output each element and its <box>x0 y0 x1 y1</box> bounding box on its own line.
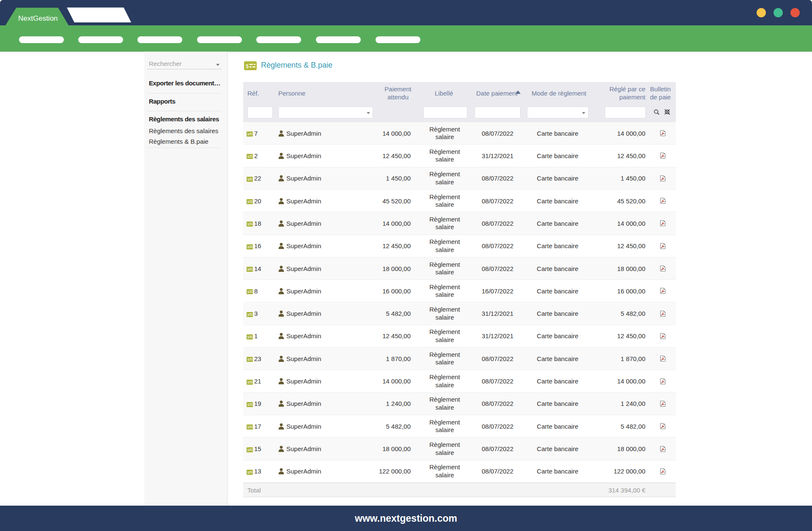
svg-text:$: $ <box>246 63 249 69</box>
